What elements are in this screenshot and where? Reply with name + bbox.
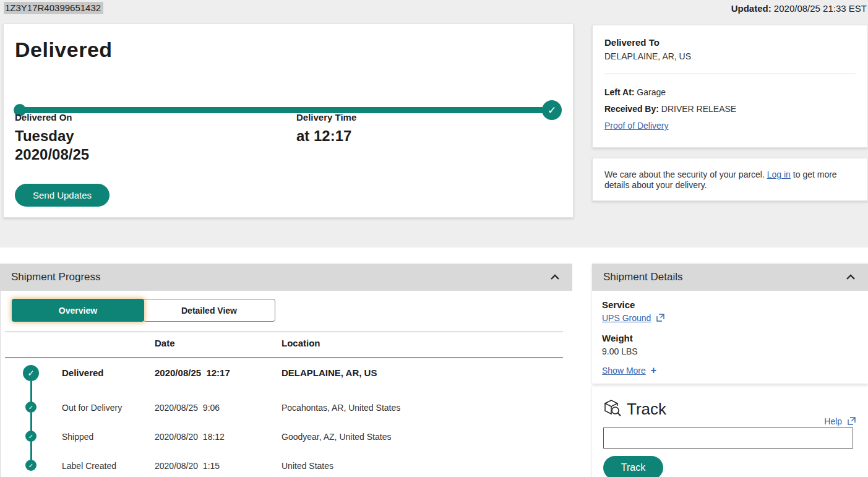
- milestone-date: 2020/08/20 18:12: [155, 432, 225, 442]
- table-divider-top: [5, 332, 563, 332]
- security-notice-card: We care about the security of your parce…: [592, 158, 868, 201]
- plus-icon: +: [651, 365, 656, 376]
- shipment-progress-title: Shipment Progress: [11, 271, 101, 283]
- left-at-value: Garage: [634, 87, 666, 97]
- check-glyph: ✓: [28, 404, 33, 411]
- milestone-check-icon: ✓: [23, 365, 39, 381]
- shipment-details-panel: Shipment Details Service UPS Ground Weig…: [592, 264, 868, 384]
- collapse-chevron-icon[interactable]: [846, 274, 856, 280]
- help-line: Help: [824, 416, 856, 427]
- security-text-before: We care about the security of your parce…: [604, 170, 767, 179]
- log-in-link[interactable]: Log in: [767, 170, 791, 179]
- tracking-number-input[interactable]: [603, 428, 853, 449]
- column-header-location: Location: [281, 338, 320, 348]
- received-by-line: Received By: DRIVER RELEASE: [604, 104, 736, 114]
- delivered-to-address: DELAPLAINE, AR, US: [604, 51, 691, 61]
- milestone-location: Pocahontas, AR, United States: [281, 403, 400, 413]
- shipment-details-title: Shipment Details: [603, 271, 683, 283]
- delivery-status-card: Delivered ✓ Delivered On Delivery Time T…: [3, 24, 574, 218]
- delivered-to-card: Delivered To DELAPLAINE, AR, US Left At:…: [592, 25, 868, 148]
- updated-value: 2020/08/25 21:33 EST: [771, 3, 867, 14]
- send-updates-button[interactable]: Send Updates: [15, 184, 110, 207]
- milestone-status: Delivered: [62, 367, 104, 378]
- weight-label: Weight: [602, 333, 633, 343]
- milestone-date: 2020/08/25 12:17: [155, 367, 230, 378]
- milestone-status: Shipped: [62, 432, 93, 442]
- received-by-label: Received By:: [604, 104, 659, 114]
- milestone-check-icon: ✓: [25, 431, 37, 442]
- check-glyph: ✓: [28, 433, 33, 440]
- delivered-on-day: Tuesday: [15, 127, 89, 145]
- milestone-date: 2020/08/25 9:06: [155, 403, 220, 413]
- updated-label: Updated:: [731, 3, 771, 14]
- track-widget-card: Track Help Track: [592, 387, 868, 477]
- delivery-time-value: at 12:17: [296, 127, 351, 145]
- shipment-details-header: Shipment Details: [592, 264, 868, 291]
- ups-ground-link[interactable]: UPS Ground: [602, 313, 651, 323]
- collapse-chevron-icon[interactable]: [550, 274, 560, 280]
- shipment-progress-header: Shipment Progress: [0, 264, 572, 291]
- delivery-status-heading: Delivered: [15, 38, 113, 62]
- delivered-to-title: Delivered To: [604, 37, 660, 48]
- service-label: Service: [602, 299, 635, 310]
- weight-value: 9.00 LBS: [602, 346, 638, 356]
- view-tabs: Overview Detailed View: [12, 299, 275, 322]
- left-at-line: Left At: Garage: [604, 87, 666, 97]
- milestone-status: Label Created: [62, 461, 116, 471]
- delivered-on-value: Tuesday 2020/08/25: [15, 127, 89, 164]
- track-button[interactable]: Track: [603, 456, 663, 477]
- delivered-on-label: Delivered On: [15, 112, 72, 122]
- show-more-link[interactable]: Show More: [602, 366, 646, 376]
- milestone-check-icon: ✓: [25, 460, 37, 471]
- table-divider-bottom: [5, 357, 563, 358]
- updated-timestamp: Updated: 2020/08/25 21:33 EST: [731, 3, 867, 14]
- timeline-connector: [30, 373, 32, 468]
- track-widget-title: Track: [627, 400, 666, 419]
- shipment-progress-panel: Shipment Progress Overview Detailed View…: [0, 264, 572, 477]
- card-divider: [604, 74, 856, 74]
- help-link[interactable]: Help: [824, 416, 842, 426]
- tab-detailed-view[interactable]: Detailed View: [143, 299, 275, 322]
- progress-complete-check-icon: ✓: [542, 100, 562, 120]
- check-glyph: ✓: [548, 104, 556, 117]
- delivery-time-label: Delivery Time: [296, 112, 356, 122]
- milestone-status: Out for Delivery: [62, 403, 122, 413]
- proof-of-delivery-link[interactable]: Proof of Delivery: [604, 121, 668, 131]
- show-more-line: Show More +: [602, 365, 656, 376]
- external-link-icon: [656, 314, 664, 324]
- milestone-location: Goodyear, AZ, United States: [281, 432, 391, 442]
- check-glyph: ✓: [27, 368, 35, 378]
- track-widget-heading: Track: [602, 398, 666, 420]
- tab-overview[interactable]: Overview: [12, 299, 144, 322]
- left-at-label: Left At:: [604, 87, 634, 97]
- milestone-location: United States: [281, 461, 333, 471]
- external-link-icon: [848, 417, 856, 427]
- check-glyph: ✓: [28, 462, 33, 469]
- service-value-line: UPS Ground: [602, 313, 664, 324]
- milestone-date: 2020/08/20 1:15: [155, 461, 220, 471]
- delivered-on-date: 2020/08/25: [15, 145, 89, 164]
- column-header-date: Date: [155, 338, 175, 348]
- milestone-check-icon: ✓: [25, 402, 37, 413]
- milestone-location: DELAPLAINE, AR, US: [281, 367, 377, 378]
- tracking-number: 1Z3Y17R40399651432: [4, 2, 103, 14]
- progress-bar: [19, 107, 549, 113]
- security-notice-text: We care about the security of your parce…: [604, 170, 847, 191]
- received-by-value: DRIVER RELEASE: [659, 104, 736, 114]
- track-package-icon: [602, 398, 622, 420]
